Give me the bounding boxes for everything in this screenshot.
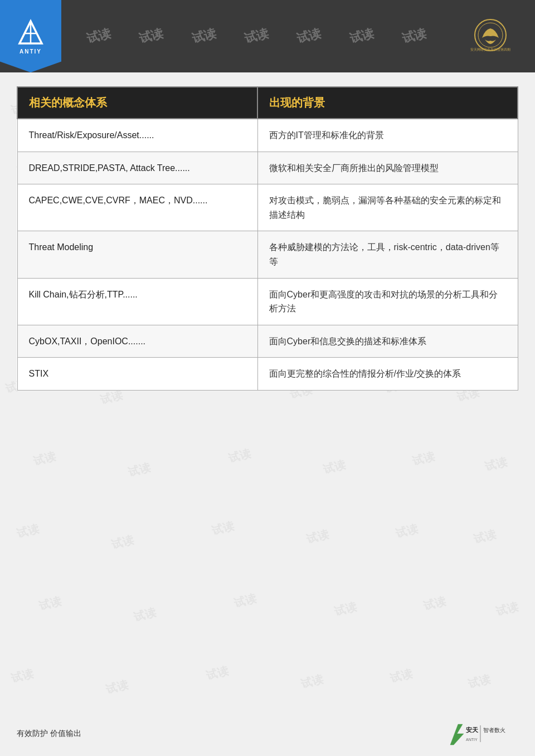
svg-text:ANTIY: ANTIY [466, 738, 478, 742]
col2-header: 出现的背景 [257, 87, 518, 119]
wm-7: 试读 [400, 25, 428, 47]
wm-6: 试读 [347, 25, 375, 47]
table-row: CAPEC,CWE,CVE,CVRF，MAEC，NVD......对攻击模式，脆… [17, 184, 518, 231]
table-row: DREAD,STRIDE,PASTA, Attack Tree......微软和… [17, 152, 518, 184]
logo-label: ANTIY [20, 48, 42, 55]
svg-marker-6 [450, 724, 464, 745]
table-cell-left: Threat/Risk/Exposure/Asset...... [17, 119, 257, 152]
header: ANTIY 试读 试读 试读 试读 试读 试读 试读 安天网络安全专训营第四期 [0, 0, 535, 72]
wm-4: 试读 [242, 25, 270, 47]
wm-3: 试读 [190, 25, 218, 47]
table-cell-left: DREAD,STRIDE,PASTA, Attack Tree...... [17, 152, 257, 184]
footer-logo: 安天 智者数火 ANTIY [446, 720, 518, 748]
table-row: Kill Chain,钻石分析,TTP......面向Cyber和更高强度的攻击… [17, 278, 518, 325]
wm-5: 试读 [295, 25, 323, 47]
table-row: Threat Modeling各种威胁建模的方法论，工具，risk-centri… [17, 231, 518, 278]
svg-text:安天网络安全专训营第四期: 安天网络安全专训营第四期 [470, 47, 510, 51]
brand-seal-icon: 安天网络安全专训营第四期 [468, 18, 513, 55]
header-right-logo: 安天网络安全专训营第四期 [451, 11, 529, 61]
footer-logo-svg: 安天 智者数火 ANTIY [446, 720, 518, 748]
main-content: 相关的概念体系 出现的背景 Threat/Risk/Exposure/Asset… [17, 86, 518, 706]
table-cell-left: Kill Chain,钻石分析,TTP...... [17, 278, 257, 325]
table-cell-right: 西方的IT管理和标准化的背景 [257, 119, 518, 152]
svg-text:智者数火: 智者数火 [483, 727, 505, 733]
table-cell-left: CybOX,TAXII，OpenIOC....... [17, 325, 257, 358]
table-cell-right: 面向更完整的综合性的情报分析/作业/交换的体系 [257, 358, 518, 391]
footer-slogan: 有效防护 价值输出 [17, 729, 81, 739]
concept-table: 相关的概念体系 出现的背景 Threat/Risk/Exposure/Asset… [17, 86, 518, 391]
col1-header: 相关的概念体系 [17, 87, 257, 119]
table-cell-left: STIX [17, 358, 257, 391]
table-row: CybOX,TAXII，OpenIOC.......面向Cyber和信息交换的描… [17, 325, 518, 358]
logo-box: ANTIY [0, 0, 61, 72]
wm-1: 试读 [85, 25, 113, 47]
footer: 有效防护 价值输出 安天 智者数火 ANTIY [0, 711, 535, 756]
header-watermarks: 试读 试读 试读 试读 试读 试读 试读 [61, 28, 451, 45]
table-cell-left: CAPEC,CWE,CVE,CVRF，MAEC，NVD...... [17, 184, 257, 231]
wm-2: 试读 [137, 25, 165, 47]
antiy-logo-icon [14, 18, 47, 46]
table-cell-right: 微软和相关安全厂商所推出的风险管理模型 [257, 152, 518, 184]
table-cell-left: Threat Modeling [17, 231, 257, 278]
table-row: Threat/Risk/Exposure/Asset......西方的IT管理和… [17, 119, 518, 152]
table-cell-right: 面向Cyber和更高强度的攻击和对抗的场景的分析工具和分析方法 [257, 278, 518, 325]
table-cell-right: 对攻击模式，脆弱点，漏洞等各种基础的安全元素的标定和描述结构 [257, 184, 518, 231]
table-cell-right: 各种威胁建模的方法论，工具，risk-centric，data-driven等等 [257, 231, 518, 278]
table-row: STIX面向更完整的综合性的情报分析/作业/交换的体系 [17, 358, 518, 391]
table-cell-right: 面向Cyber和信息交换的描述和标准体系 [257, 325, 518, 358]
svg-text:安天: 安天 [465, 726, 479, 733]
